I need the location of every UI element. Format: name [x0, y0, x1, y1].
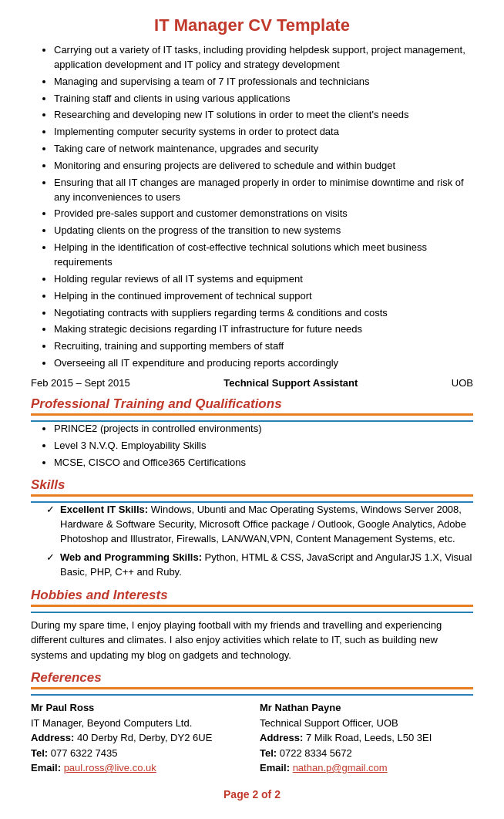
list-item: Training staff and clients in using vari…: [54, 92, 473, 106]
list-item: Managing and supervising a team of 7 IT …: [54, 75, 473, 89]
ref-email-link[interactable]: paul.ross@live.co.uk: [64, 762, 156, 774]
ref-email: Email: paul.ross@live.co.uk: [31, 760, 244, 776]
list-item: Researching and developing new IT soluti…: [54, 108, 473, 123]
references-heading: References: [31, 670, 473, 686]
ref-block: Mr Nathan PayneTechnical Support Officer…: [260, 700, 473, 776]
ref-block: Mr Paul RossIT Manager, Beyond Computers…: [31, 700, 244, 776]
list-item: Making strategic decisions regarding IT …: [54, 322, 473, 337]
job-company: UOB: [452, 377, 473, 389]
list-item: Level 3 N.V.Q. Employability Skills: [54, 439, 473, 453]
ref-email-link[interactable]: nathan.p@gmail.com: [293, 762, 388, 774]
job-dates: Feb 2015 – Sept 2015: [31, 377, 130, 389]
job-title: Technical Support Assistant: [223, 377, 358, 389]
ref-name: Mr Nathan Payne: [260, 700, 473, 716]
references-divider-orange: [31, 687, 473, 689]
list-item: MCSE, CISCO and Office365 Certifications: [54, 456, 473, 470]
hobbies-divider-orange: [31, 605, 473, 607]
list-item: Updating clients on the progress of the …: [54, 224, 473, 238]
list-item: Web and Programming Skills: Python, HTML…: [46, 551, 473, 580]
skills-heading: Skills: [31, 477, 473, 493]
ref-address: Address: 7 Milk Road, Leeds, L50 3EI: [260, 730, 473, 746]
list-item: Helping in the identification of cost-ef…: [54, 241, 473, 270]
ref-title: IT Manager, Beyond Computers Ltd.: [31, 716, 244, 731]
hobbies-text: During my spare time, I enjoy playing fo…: [31, 618, 473, 663]
training-divider-orange: [31, 413, 473, 416]
skills-divider-orange: [31, 494, 473, 497]
training-heading: Professional Training and Qualifications: [31, 396, 473, 412]
training-list: PRINCE2 (projects in controlled environm…: [31, 422, 473, 470]
list-item: Carrying out a variety of IT tasks, incl…: [54, 43, 473, 72]
list-item: Helping in the continued improvement of …: [54, 289, 473, 304]
references-container: Mr Paul RossIT Manager, Beyond Computers…: [31, 700, 473, 776]
list-item: Recruiting, training and supporting memb…: [54, 339, 473, 354]
ref-email: Email: nathan.p@gmail.com: [260, 760, 473, 776]
list-item: Provided pre-sales support and customer …: [54, 207, 473, 221]
ref-tel: Tel: 077 6322 7435: [31, 746, 244, 761]
references-divider-blue: [31, 694, 473, 696]
responsibilities-list: Carrying out a variety of IT tasks, incl…: [31, 43, 473, 371]
list-item: Holding regular reviews of all IT system…: [54, 272, 473, 287]
list-item: Ensuring that all IT changes are managed…: [54, 176, 473, 205]
list-item: Overseeing all IT expenditure and produc…: [54, 356, 473, 371]
list-item: Excellent IT Skills: Windows, Ubunti and…: [46, 503, 473, 547]
page-number: Page 2 of 2: [31, 788, 473, 800]
hobbies-divider-blue: [31, 612, 473, 613]
list-item: PRINCE2 (projects in controlled environm…: [54, 422, 473, 436]
list-item: Implementing computer security systems i…: [54, 125, 473, 140]
ref-name: Mr Paul Ross: [31, 700, 244, 716]
job-entry: Feb 2015 – Sept 2015 Technical Support A…: [31, 377, 473, 389]
page-title: IT Manager CV Template: [31, 15, 473, 35]
skills-list: Excellent IT Skills: Windows, Ubunti and…: [31, 503, 473, 579]
ref-tel: Tel: 0722 8334 5672: [260, 746, 473, 761]
list-item: Negotiating contracts with suppliers reg…: [54, 306, 473, 321]
list-item: Taking care of network maintenance, upgr…: [54, 142, 473, 157]
ref-title: Technical Support Officer, UOB: [260, 716, 473, 731]
ref-address: Address: 40 Derby Rd, Derby, DY2 6UE: [31, 730, 244, 746]
list-item: Monitoring and ensuring projects are del…: [54, 159, 473, 174]
hobbies-heading: Hobbies and Interests: [31, 588, 473, 603]
